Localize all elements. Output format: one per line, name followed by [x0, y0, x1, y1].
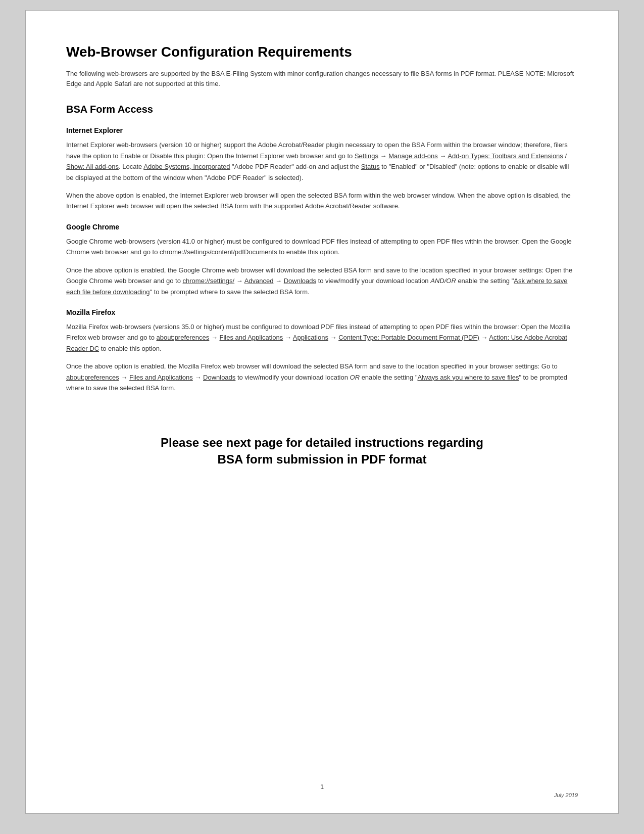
ie-slash: / — [563, 152, 567, 160]
firefox-para2: Once the above option is enabled, the Mo… — [66, 361, 578, 393]
callout-line2: BSA form submission in PDF format — [66, 451, 578, 468]
ie-para2: When the above option is enabled, the In… — [66, 190, 578, 212]
chrome-link-settings-pdf: chrome://settings/content/pdfDocuments — [160, 248, 277, 256]
firefox-italic-or: OR — [350, 374, 360, 381]
firefox-link-files-apps: Files and Applications — [220, 334, 283, 341]
firefox-arrow2: → — [283, 334, 293, 341]
firefox-mid-text2: enable the setting " — [360, 374, 417, 381]
ie-arrow2: → — [438, 152, 448, 160]
ie-link-status: Status — [361, 163, 380, 170]
firefox-link-content-type: Content Type: Portable Document Format (… — [338, 334, 479, 341]
chrome-title: Google Chrome — [66, 223, 578, 231]
chrome-end-text: to enable this option. — [277, 248, 340, 256]
subsection-mozilla-firefox: Mozilla Firefox Mozilla Firefox web-brow… — [66, 308, 578, 394]
firefox-link-always-ask: Always ask you where to save files — [418, 374, 519, 381]
bottom-callout: Please see next page for detailed instru… — [66, 434, 578, 468]
firefox-arrow1: → — [209, 334, 219, 341]
firefox-title: Mozilla Firefox — [66, 308, 578, 316]
chrome-para2: Once the above option is enabled, the Go… — [66, 265, 578, 297]
firefox-link-applications: Applications — [293, 334, 328, 341]
chrome-mid-text2: enable the setting " — [456, 277, 514, 285]
firefox-arrow3: → — [328, 334, 338, 341]
ie-link-manage-addons: Manage add-ons — [388, 152, 438, 160]
ie-link-adobe: Adobe Systems, Incorporated — [143, 163, 230, 170]
document-page: Web-Browser Configuration Requirements T… — [25, 10, 619, 814]
firefox-arrow5: → — [119, 374, 129, 381]
chrome-arrow1: → — [234, 277, 244, 285]
date-stamp: July 2019 — [554, 792, 578, 798]
firefox-arrow6: → — [193, 374, 203, 381]
chrome-link-advanced: Advanced — [244, 277, 274, 285]
firefox-end-text: to enable this option. — [99, 345, 162, 352]
chrome-arrow2: → — [273, 277, 283, 285]
chrome-para1: Google Chrome web-browsers (version 41.0… — [66, 236, 578, 258]
intro-paragraph: The following web-browsers are supported… — [66, 69, 578, 90]
chrome-link-settings: chrome://settings/ — [183, 277, 235, 285]
firefox-link-downloads: Downloads — [203, 374, 235, 381]
ie-para1: Internet Explorer web-browsers (version … — [66, 140, 578, 183]
firefox-link-prefs: about:preferences — [156, 334, 209, 341]
page-number: 1 — [26, 783, 618, 791]
subsection-internet-explorer: Internet Explorer Internet Explorer web-… — [66, 126, 578, 212]
ie-title: Internet Explorer — [66, 126, 578, 134]
firefox-arrow4: → — [479, 334, 489, 341]
subsection-google-chrome: Google Chrome Google Chrome web-browsers… — [66, 223, 578, 297]
firefox-link-files-apps2: Files and Applications — [129, 374, 193, 381]
chrome-italic-andor: AND/OR — [430, 277, 456, 285]
firefox-mid-text: to view/modify your download location — [235, 374, 350, 381]
ie-link-addon-types: Add-on Types: Toolbars and Extensions — [448, 152, 563, 160]
chrome-end-text2: " to be prompted where to save the selec… — [150, 288, 310, 296]
ie-link-show-all: Show: All add-ons — [66, 163, 119, 170]
page-title: Web-Browser Configuration Requirements — [66, 43, 578, 61]
ie-mid-text2: "Adobe PDF Reader" add-on and adjust the — [230, 163, 361, 170]
ie-link-settings: Settings — [355, 152, 378, 160]
chrome-link-downloads: Downloads — [284, 277, 316, 285]
firefox-para2-before: Once the above option is enabled, the Mo… — [66, 362, 558, 370]
ie-mid-text: . Locate — [119, 163, 143, 170]
section-title-bsa-form-access: BSA Form Access — [66, 104, 578, 115]
chrome-mid-text: to view/modify your download location — [316, 277, 430, 285]
ie-arrow1: → — [378, 152, 388, 160]
callout-line1: Please see next page for detailed instru… — [66, 434, 578, 451]
firefox-link-prefs2: about:preferences — [66, 374, 119, 381]
firefox-para1: Mozilla Firefox web-browsers (versions 3… — [66, 321, 578, 354]
